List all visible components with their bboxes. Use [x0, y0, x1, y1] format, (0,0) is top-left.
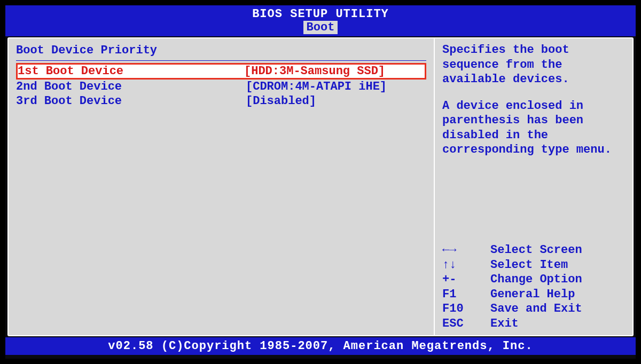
key-symbol: F10: [442, 302, 490, 316]
key-hints: ←→ Select Screen ↑↓ Select Item +- Chang…: [442, 243, 625, 331]
key-row-exit: ESC Exit: [442, 316, 625, 331]
key-symbol: +-: [442, 272, 490, 287]
key-row-select-screen: ←→ Select Screen: [442, 243, 625, 258]
key-action: General Help: [490, 287, 575, 302]
main-container: Boot Device Priority 1st Boot Device [HD…: [7, 37, 634, 336]
key-symbol: ←→: [442, 243, 490, 258]
section-divider: [16, 60, 426, 61]
key-action: Select Item: [490, 258, 568, 273]
key-action: Change Option: [490, 272, 582, 287]
help-paragraph-2: A device enclosed in parenthesis has bee…: [442, 99, 625, 157]
key-action: Exit: [490, 316, 519, 331]
boot-device-label: 3rd Boot Device: [16, 94, 246, 108]
spacer: [442, 157, 625, 243]
spacer: [442, 87, 625, 99]
key-symbol: ↑↓: [442, 258, 490, 273]
left-panel: Boot Device Priority 1st Boot Device [HD…: [9, 38, 435, 335]
boot-device-label: 2nd Boot Device: [16, 80, 246, 93]
key-row-change-option: +- Change Option: [442, 272, 625, 287]
boot-device-label: 1st Boot Device: [18, 65, 244, 78]
boot-device-value: [Disabled]: [246, 94, 426, 108]
right-panel: Specifies the boot sequence from the ava…: [435, 38, 632, 335]
key-symbol: F1: [442, 287, 490, 302]
key-symbol: ESC: [442, 316, 490, 331]
key-action: Save and Exit: [490, 302, 582, 316]
boot-device-value: [HDD:3M-Samsung SSD]: [244, 65, 425, 78]
help-paragraph-1: Specifies the boot sequence from the ava…: [442, 43, 625, 87]
section-title: Boot Device Priority: [9, 43, 434, 60]
key-row-save-exit: F10 Save and Exit: [442, 302, 625, 316]
key-row-select-item: ↑↓ Select Item: [442, 258, 625, 273]
boot-device-value: [CDROM:4M-ATAPI iHE]: [246, 80, 426, 93]
tab-bar: Boot: [5, 21, 636, 36]
footer-copyright: v02.58 (C)Copyright 1985-2007, American …: [5, 337, 636, 355]
bios-screen: BIOS SETUP UTILITY Boot Boot Device Prio…: [5, 5, 636, 359]
boot-device-row-2[interactable]: 2nd Boot Device [CDROM:4M-ATAPI iHE]: [9, 80, 434, 94]
bios-title: BIOS SETUP UTILITY: [5, 5, 636, 21]
key-row-general-help: F1 General Help: [442, 287, 625, 302]
boot-device-row-3[interactable]: 3rd Boot Device [Disabled]: [9, 94, 434, 108]
tab-boot[interactable]: Boot: [303, 21, 338, 34]
boot-device-row-1[interactable]: 1st Boot Device [HDD:3M-Samsung SSD]: [16, 63, 426, 80]
key-action: Select Screen: [490, 243, 582, 258]
